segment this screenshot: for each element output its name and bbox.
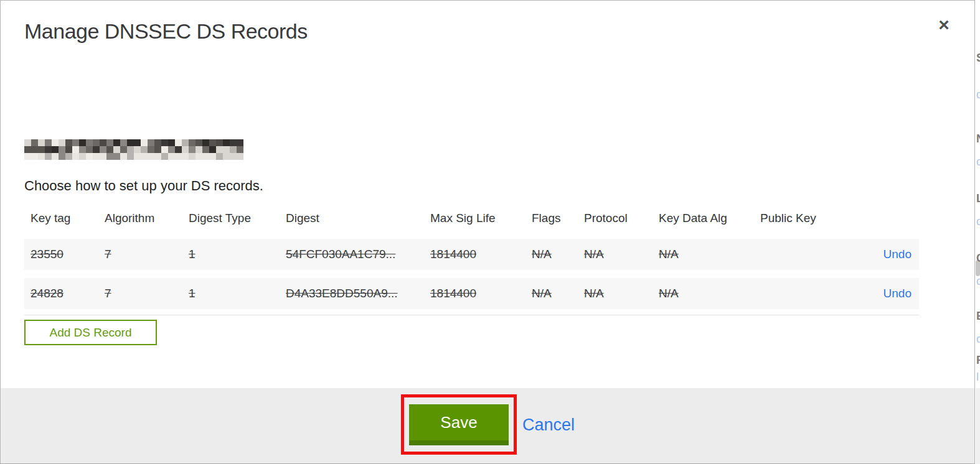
redaction-pixel [148,153,154,160]
manage-dnssec-modal: Manage DNSSEC DS Records × Choose how to… [0,0,975,464]
background-text-fragment: c [976,155,980,169]
redaction-pixel [134,146,141,153]
background-text-fragment: o [976,215,980,228]
redaction-pixel [120,139,127,146]
redaction-pixel [52,139,59,146]
table-row: 23550 7 1 54FCF030AA1C79... 1814400 N/A … [24,239,919,270]
redaction-pixel [79,146,86,153]
cell-algorithm: 7 [98,287,182,300]
close-icon[interactable]: × [932,13,956,37]
redaction-pixel [175,146,182,153]
redaction-pixel [93,146,100,153]
red-annotation-box: Save [401,394,517,455]
redaction-pixel [59,153,65,160]
redaction-pixel [79,153,86,160]
redaction-pixel [72,153,79,160]
undo-link[interactable]: Undo [883,248,912,261]
redaction-pixel [209,153,216,160]
redaction-pixel [175,153,182,160]
redaction-pixel [189,139,196,146]
col-header-digest-type: Digest Type [182,211,280,225]
redaction-pixel [168,153,175,160]
redaction-pixel [52,153,59,160]
background-text-fragment: d [976,88,980,101]
redaction-pixel [202,139,209,146]
redaction-pixel [189,153,196,160]
undo-link[interactable]: Undo [883,287,912,300]
redaction-pixel [31,153,38,160]
redaction-pixel [86,153,93,160]
cell-digest-type: 1 [182,287,280,300]
redaction-pixel [223,139,230,146]
col-header-public-key: Public Key [754,211,854,225]
redaction-pixel [237,153,243,160]
cell-protocol: N/A [578,248,653,261]
redaction-pixel [230,139,237,146]
redaction-pixel [182,153,189,160]
redaction-pixel [38,146,45,153]
save-button[interactable]: Save [409,404,509,445]
redaction-pixel [45,139,52,146]
redaction-pixel [93,139,100,146]
redaction-pixel [141,146,148,153]
cancel-link[interactable]: Cancel [522,415,575,435]
background-text-fragment: E [976,310,980,323]
redaction-pixel [100,139,106,146]
redaction-pixel [209,146,216,153]
redaction-pixel [134,153,141,160]
modal-title: Manage DNSSEC DS Records [24,19,308,44]
redaction-pixel [38,139,45,146]
cell-key-data-alg: N/A [653,248,754,261]
redaction-pixel [148,146,154,153]
redaction-pixel [161,153,168,160]
background-text-fragment: l [976,371,979,384]
cell-key-tag: 24828 [24,287,98,300]
redaction-pixel [168,146,175,153]
redaction-pixel [120,153,127,160]
screenshot-root: Manage DNSSEC DS Records × Choose how to… [0,0,980,464]
background-text-fragment: o [976,333,980,346]
cell-flags: N/A [525,248,578,261]
cell-max-sig-life: 1814400 [424,248,525,261]
redaction-pixel [106,139,113,146]
redaction-pixel [127,139,134,146]
redaction-pixel [230,146,237,153]
redaction-pixel [106,146,113,153]
redaction-pixel [113,146,120,153]
cell-key-data-alg: N/A [653,287,754,300]
background-text-fragment: N [976,132,980,146]
instruction-text: Choose how to set up your DS records. [24,178,263,194]
col-header-algorithm: Algorithm [98,211,182,225]
cell-flags: N/A [525,287,578,300]
col-header-key-tag: Key tag [24,211,98,225]
redaction-pixel [86,139,93,146]
redaction-pixel [202,146,209,153]
redaction-pixel [24,139,31,146]
redaction-pixel [223,153,230,160]
redaction-pixel [120,146,127,153]
modal-footer: Save Cancel [1,388,974,463]
background-footer-tint [976,388,980,464]
cell-max-sig-life: 1814400 [424,287,525,300]
cell-algorithm: 7 [98,248,182,261]
redaction-pixel [93,153,100,160]
table-header-row: Key tag Algorithm Digest Type Digest Max… [24,206,919,231]
redaction-pixel [223,146,230,153]
ds-records-table: Key tag Algorithm Digest Type Digest Max… [24,206,919,309]
redaction-pixel [182,146,189,153]
redaction-pixel [106,153,113,160]
redaction-pixel [141,139,148,146]
add-ds-record-button[interactable]: Add DS Record [24,320,157,345]
redaction-pixel [141,153,148,160]
redaction-pixel [182,139,189,146]
redaction-pixel [216,146,223,153]
redaction-pixel [79,139,86,146]
redaction-pixel [216,139,223,146]
redaction-pixel [100,153,106,160]
table-row: 24828 7 1 D4A33E8DD550A9... 1814400 N/A … [24,278,919,309]
redaction-pixel [31,146,38,153]
redaction-pixel [230,153,237,160]
redaction-pixel [127,146,134,153]
redaction-pixel [24,146,31,153]
redaction-pixel [65,153,72,160]
